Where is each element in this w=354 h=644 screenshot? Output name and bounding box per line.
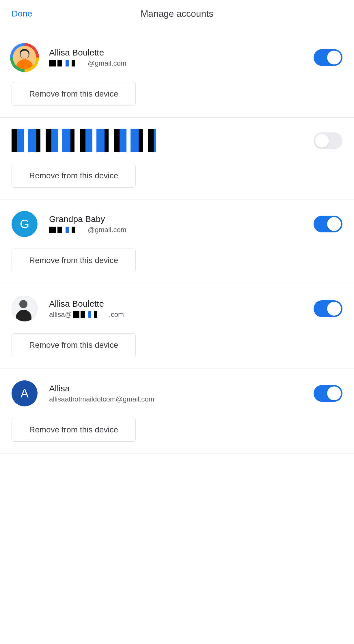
toggle-knob bbox=[327, 302, 341, 316]
page-title: Manage accounts bbox=[141, 8, 214, 19]
account-email: @gmail.com bbox=[49, 59, 126, 67]
account-section: Remove from this device bbox=[0, 118, 354, 199]
redacted-account-info bbox=[12, 129, 156, 152]
remove-from-device-button[interactable]: Remove from this device bbox=[12, 418, 136, 442]
avatar bbox=[12, 296, 38, 322]
account-row: AAllisaallisaathotmaildotcom@gmail.com bbox=[12, 380, 342, 406]
avatar bbox=[12, 45, 38, 71]
email-suffix: @gmail.com bbox=[88, 226, 126, 234]
avatar: A bbox=[12, 380, 38, 406]
account-row: Allisa Boulette@gmail.com bbox=[12, 45, 342, 71]
account-section: Allisa Bouletteallisa@.comRemove from th… bbox=[0, 284, 354, 369]
account-info: Allisa Bouletteallisa@.com bbox=[12, 296, 124, 322]
remove-from-device-button[interactable]: Remove from this device bbox=[12, 249, 136, 272]
done-button[interactable]: Done bbox=[12, 9, 32, 18]
remove-from-device-button[interactable]: Remove from this device bbox=[12, 82, 136, 106]
account-text: Allisa Boulette@gmail.com bbox=[49, 48, 126, 67]
avatar-letter: A bbox=[12, 380, 38, 406]
toggle-knob bbox=[327, 217, 341, 231]
email-prefix: allisa@ bbox=[49, 310, 72, 319]
account-email: @gmail.com bbox=[49, 226, 126, 234]
account-section: GGrandpa Baby@gmail.comRemove from this … bbox=[0, 199, 354, 284]
account-toggle[interactable] bbox=[314, 300, 342, 317]
account-text: Allisaallisaathotmaildotcom@gmail.com bbox=[49, 384, 154, 403]
account-name: Grandpa Baby bbox=[49, 214, 126, 224]
avatar-letter: G bbox=[12, 211, 38, 237]
account-section: AAllisaallisaathotmaildotcom@gmail.comRe… bbox=[0, 369, 354, 454]
account-name: Allisa Boulette bbox=[49, 299, 124, 309]
account-info: Allisa Boulette@gmail.com bbox=[12, 45, 126, 71]
account-info: AAllisaallisaathotmaildotcom@gmail.com bbox=[12, 380, 154, 406]
account-row: GGrandpa Baby@gmail.com bbox=[12, 211, 342, 237]
account-toggle[interactable] bbox=[314, 132, 342, 149]
email-suffix: @gmail.com bbox=[88, 59, 126, 67]
account-row: Allisa Bouletteallisa@.com bbox=[12, 296, 342, 322]
header: Done Manage accounts bbox=[0, 0, 354, 33]
account-text: Grandpa Baby@gmail.com bbox=[49, 214, 126, 234]
account-toggle[interactable] bbox=[314, 385, 342, 402]
account-info: GGrandpa Baby@gmail.com bbox=[12, 211, 126, 237]
remove-from-device-button[interactable]: Remove from this device bbox=[12, 164, 136, 188]
redacted-email-segment bbox=[49, 60, 87, 66]
account-row bbox=[12, 129, 342, 152]
account-email: allisaathotmaildotcom@gmail.com bbox=[49, 395, 154, 403]
email-text: allisaathotmaildotcom@gmail.com bbox=[49, 395, 154, 403]
avatar: G bbox=[12, 211, 38, 237]
account-info bbox=[12, 129, 156, 152]
redacted-email-segment bbox=[73, 311, 108, 318]
account-name: Allisa bbox=[49, 384, 154, 393]
account-email: allisa@.com bbox=[49, 310, 124, 319]
account-toggle[interactable] bbox=[314, 49, 342, 66]
remove-from-device-button[interactable]: Remove from this device bbox=[12, 333, 136, 357]
email-suffix: .com bbox=[109, 310, 124, 319]
toggle-knob bbox=[327, 51, 341, 64]
toggle-knob bbox=[327, 386, 341, 400]
redacted-email-segment bbox=[49, 227, 87, 233]
account-text: Allisa Bouletteallisa@.com bbox=[49, 299, 124, 319]
account-section: Allisa Boulette@gmail.comRemove from thi… bbox=[0, 33, 354, 118]
account-name: Allisa Boulette bbox=[49, 48, 126, 58]
account-toggle[interactable] bbox=[314, 216, 342, 232]
toggle-knob bbox=[315, 134, 329, 148]
